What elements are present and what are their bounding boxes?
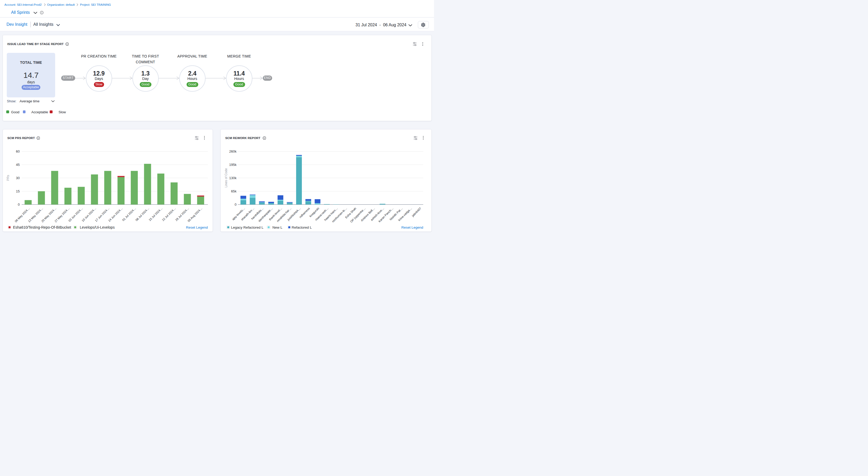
svg-text:130k: 130k: [229, 176, 237, 180]
svg-text:Refactored L: Refactored L: [292, 226, 312, 230]
svg-text:jatin6407: jatin6407: [411, 207, 422, 217]
svg-text:Levelops/Ui-Levelops: Levelops/Ui-Levelops: [80, 225, 115, 230]
svg-text:01 Jul 2024…: 01 Jul 2024…: [122, 207, 136, 221]
svg-text:08 Jul 2024…: 08 Jul 2024…: [135, 207, 150, 221]
svg-text:15 Jul 2024…: 15 Jul 2024…: [148, 207, 163, 221]
svg-text:PRs: PRs: [6, 175, 10, 181]
svg-text:Legacy Refactored L: Legacy Refactored L: [231, 226, 264, 230]
svg-text:Lines of Code: Lines of Code: [224, 168, 228, 187]
svg-text:24 Jun 2024…: 24 Jun 2024…: [107, 207, 123, 222]
svg-text:Esha610/Testing-Repo-Of-Bitbuc: Esha610/Testing-Repo-Of-Bitbucket: [13, 225, 71, 230]
svg-text:30: 30: [16, 176, 20, 180]
svg-text:0: 0: [18, 203, 20, 207]
svg-text:65k: 65k: [231, 189, 237, 193]
svg-text:0: 0: [235, 203, 237, 207]
svg-text:260k: 260k: [229, 149, 237, 153]
svg-text:New L: New L: [272, 226, 283, 230]
svg-text:29 Jul 2024…: 29 Jul 2024…: [175, 207, 189, 221]
svg-text:Reset Legend: Reset Legend: [401, 226, 423, 230]
svg-text:Reset Legend: Reset Legend: [186, 226, 208, 230]
svg-text:60: 60: [16, 149, 20, 153]
svg-text:45: 45: [16, 163, 20, 167]
svg-text:15: 15: [16, 189, 20, 193]
svg-text:22 Jul 2024…: 22 Jul 2024…: [161, 207, 176, 221]
svg-text:195k: 195k: [229, 163, 237, 167]
